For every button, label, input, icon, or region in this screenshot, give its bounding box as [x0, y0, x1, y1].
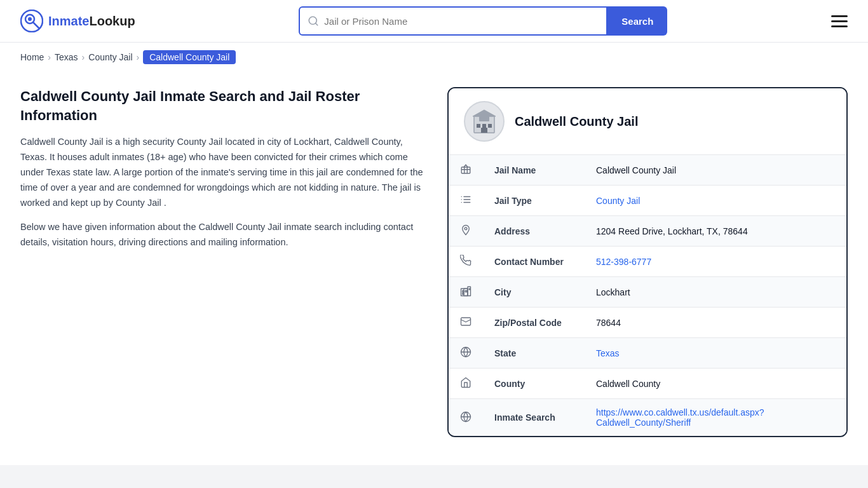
row-label: Jail Name [483, 155, 585, 186]
address-icon [449, 216, 483, 247]
search-icon [308, 15, 319, 27]
svg-line-5 [316, 23, 318, 25]
row-label: State [483, 338, 585, 369]
row-value[interactable]: County Jail [585, 186, 846, 216]
row-label: Zip/Postal Code [483, 308, 585, 338]
breadcrumb-sep-3: › [137, 52, 140, 62]
svg-rect-7 [479, 116, 489, 121]
row-value: Caldwell County Jail [585, 155, 846, 186]
info-card: Caldwell County Jail Jail NameCaldwell C… [447, 87, 848, 437]
svg-rect-26 [469, 288, 470, 290]
breadcrumb-sep-1: › [48, 52, 51, 62]
table-row: CityLockhart [449, 277, 846, 308]
type-icon [449, 186, 483, 216]
svg-rect-9 [482, 124, 486, 128]
row-label: Jail Type [483, 186, 585, 216]
table-row: Contact Number512-398-6777 [449, 247, 846, 277]
breadcrumb-home[interactable]: Home [20, 52, 44, 62]
row-link[interactable]: https://www.co.caldwell.tx.us/default.as… [596, 407, 764, 428]
table-row: StateTexas [449, 338, 846, 369]
row-link[interactable]: Texas [596, 348, 620, 358]
row-value[interactable]: https://www.co.caldwell.tx.us/default.as… [585, 399, 846, 437]
table-row: Zip/Postal Code78644 [449, 308, 846, 338]
svg-rect-8 [477, 124, 480, 128]
search-button[interactable]: Search [607, 6, 667, 36]
breadcrumb-sep-2: › [82, 52, 85, 62]
page-heading: Caldwell County Jail Inmate Search and J… [20, 87, 427, 125]
svg-point-20 [465, 227, 467, 230]
svg-rect-11 [481, 128, 487, 133]
card-header: Caldwell County Jail [449, 88, 846, 155]
logo-text: InmateLookup [48, 14, 135, 29]
table-row: Jail NameCaldwell County Jail [449, 155, 846, 186]
row-value: 1204 Reed Drive, Lockhart, TX, 78644 [585, 216, 846, 247]
main-content: Caldwell County Jail Inmate Search and J… [0, 72, 868, 452]
row-link[interactable]: County Jail [596, 196, 640, 206]
row-value[interactable]: Texas [585, 338, 846, 369]
svg-rect-25 [465, 290, 466, 292]
table-row: Address1204 Reed Drive, Lockhart, TX, 78… [449, 216, 846, 247]
row-value: Lockhart [585, 277, 846, 308]
city-icon [449, 277, 483, 308]
row-value[interactable]: 512-398-6777 [585, 247, 846, 277]
state-icon [449, 338, 483, 369]
row-label: County [483, 369, 585, 399]
svg-marker-12 [473, 110, 496, 116]
footer [0, 465, 868, 488]
row-label: Contact Number [483, 247, 585, 277]
header: InmateLookup Search [0, 0, 868, 43]
phone-icon [449, 247, 483, 277]
breadcrumb-category[interactable]: County Jail [88, 52, 132, 62]
logo-icon [20, 10, 43, 32]
zip-icon [449, 308, 483, 338]
breadcrumb-current: Caldwell County Jail [143, 50, 236, 64]
building-icon [470, 107, 498, 135]
breadcrumb: Home › Texas › County Jail › Caldwell Co… [0, 43, 868, 72]
search-input[interactable] [324, 16, 599, 27]
county-icon [449, 369, 483, 399]
info-table: Jail NameCaldwell County JailJail TypeCo… [449, 155, 846, 436]
left-column: Caldwell County Jail Inmate Search and J… [20, 87, 427, 259]
row-label: City [483, 277, 585, 308]
logo: InmateLookup [20, 10, 135, 32]
svg-rect-10 [488, 124, 492, 128]
breadcrumb-state[interactable]: Texas [55, 52, 78, 62]
svg-rect-13 [461, 167, 470, 173]
web-icon [449, 399, 483, 437]
svg-rect-24 [463, 290, 464, 292]
search-input-wrapper [299, 6, 607, 36]
page-desc-2: Below we have given information about th… [20, 220, 427, 250]
svg-point-0 [21, 10, 43, 32]
row-link[interactable]: 512-398-6777 [596, 257, 651, 267]
row-label: Address [483, 216, 585, 247]
svg-rect-23 [468, 287, 471, 295]
row-value: 78644 [585, 308, 846, 338]
svg-rect-27 [463, 293, 464, 294]
right-column: Caldwell County Jail Jail NameCaldwell C… [447, 87, 848, 437]
jail-icon [449, 155, 483, 186]
hamburger-menu[interactable] [831, 15, 848, 27]
row-label: Inmate Search [483, 399, 585, 437]
table-row: CountyCaldwell County [449, 369, 846, 399]
svg-point-3 [28, 17, 32, 21]
page-desc-1: Caldwell County Jail is a high security … [20, 135, 427, 211]
card-title: Caldwell County Jail [515, 114, 638, 129]
svg-line-2 [33, 22, 39, 28]
table-row: Inmate Searchhttps://www.co.caldwell.tx.… [449, 399, 846, 437]
row-value: Caldwell County [585, 369, 846, 399]
jail-avatar [464, 101, 505, 142]
table-row: Jail TypeCounty Jail [449, 186, 846, 216]
search-bar: Search [299, 6, 667, 36]
